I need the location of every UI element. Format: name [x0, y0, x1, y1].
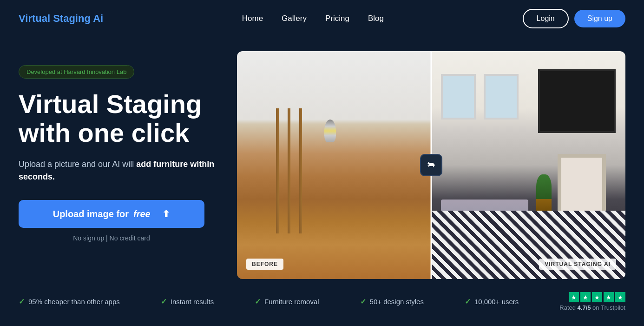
hero-subtitle: Upload a picture and our AI will add fur… — [19, 158, 223, 183]
before-image — [237, 51, 431, 279]
check-icon-2: ✓ — [161, 297, 167, 306]
upload-text-pre: Upload image for — [53, 209, 129, 220]
check-icon-1: ✓ — [19, 297, 25, 306]
stat-furniture-text: Furniture removal — [264, 298, 319, 306]
no-signup-text: No sign up | No credit card — [19, 234, 204, 242]
nav-links: Home Gallery Pricing Blog — [242, 14, 384, 23]
television — [538, 69, 616, 133]
image-comparison: BEFORE VIRTUAL ST — [237, 51, 625, 279]
logo-text-main: Virtual Staging — [19, 13, 93, 24]
trustpilot-section: ★ ★ ★ ★ ★ Rated 4.7/5 on Trustpilot — [559, 292, 625, 311]
trustpilot-rating-text: Rated 4.7/5 on Trustpilot — [559, 304, 625, 311]
star-2: ★ — [580, 292, 591, 302]
after-panel: VIRTUAL STAGING AI — [431, 51, 625, 279]
after-label: VIRTUAL STAGING AI — [539, 259, 616, 270]
check-icon-5: ✓ — [465, 297, 471, 306]
star-3: ★ — [592, 292, 602, 302]
upload-text-free: free — [133, 209, 151, 220]
stat-users-text: 10,000+ users — [474, 298, 519, 306]
login-button[interactable]: Login — [523, 9, 569, 28]
banister — [276, 108, 334, 234]
main-content: Developed at Harvard Innovation Lab Virt… — [0, 37, 644, 279]
brand-logo[interactable]: Virtual Staging Ai — [19, 13, 103, 25]
nav-link-pricing[interactable]: Pricing — [325, 14, 349, 23]
logo-text-accent: Ai — [93, 13, 103, 24]
plant — [536, 174, 552, 215]
stat-styles-text: 50+ design styles — [370, 298, 424, 306]
stats-bar: ✓ 95% cheaper than other apps ✓ Instant … — [0, 285, 644, 319]
stat-cheaper-text: 95% cheaper than other apps — [28, 298, 120, 306]
stat-styles: ✓ 50+ design styles — [360, 297, 424, 306]
star-4: ★ — [604, 292, 614, 302]
check-icon-4: ✓ — [360, 297, 366, 306]
comparison-handle[interactable] — [420, 154, 442, 176]
subtitle-regular: Upload a picture and our AI will — [19, 160, 136, 169]
trustpilot-stars: ★ ★ ★ ★ ★ — [569, 292, 625, 302]
stat-instant-text: Instant results — [171, 298, 214, 306]
stat-instant: ✓ Instant results — [161, 297, 214, 306]
before-label: BEFORE — [246, 259, 283, 270]
nav-actions: Login Sign up — [523, 9, 625, 28]
arrows-icon — [426, 160, 437, 171]
upload-icon: ⬆ — [162, 208, 170, 220]
signup-button[interactable]: Sign up — [574, 10, 625, 27]
stat-cheaper: ✓ 95% cheaper than other apps — [19, 297, 120, 306]
nav-link-blog[interactable]: Blog — [368, 14, 384, 23]
comparison-container: BEFORE VIRTUAL ST — [237, 51, 625, 279]
stat-users: ✓ 10,000+ users — [465, 297, 519, 306]
check-icon-3: ✓ — [255, 297, 261, 306]
navbar: Virtual Staging Ai Home Gallery Pricing … — [0, 0, 644, 37]
before-panel: BEFORE — [237, 51, 431, 279]
stat-furniture: ✓ Furniture removal — [255, 297, 319, 306]
nav-link-home[interactable]: Home — [242, 14, 263, 23]
after-image — [431, 51, 625, 279]
hero-section: Developed at Harvard Innovation Lab Virt… — [19, 47, 223, 242]
harvard-badge: Developed at Harvard Innovation Lab — [19, 65, 134, 79]
star-5: ★ — [615, 292, 625, 302]
nav-link-gallery[interactable]: Gallery — [282, 14, 307, 23]
hero-title: Virtual Stagingwith one click — [19, 90, 223, 147]
window-right — [484, 74, 519, 120]
star-1: ★ — [569, 292, 579, 302]
window-left — [441, 74, 476, 120]
upload-button[interactable]: Upload image for free ⬆ — [19, 200, 204, 228]
trustpilot-rating-value: 4.7/5 — [578, 304, 591, 311]
trustpilot-platform: Trustpilot — [601, 304, 625, 311]
